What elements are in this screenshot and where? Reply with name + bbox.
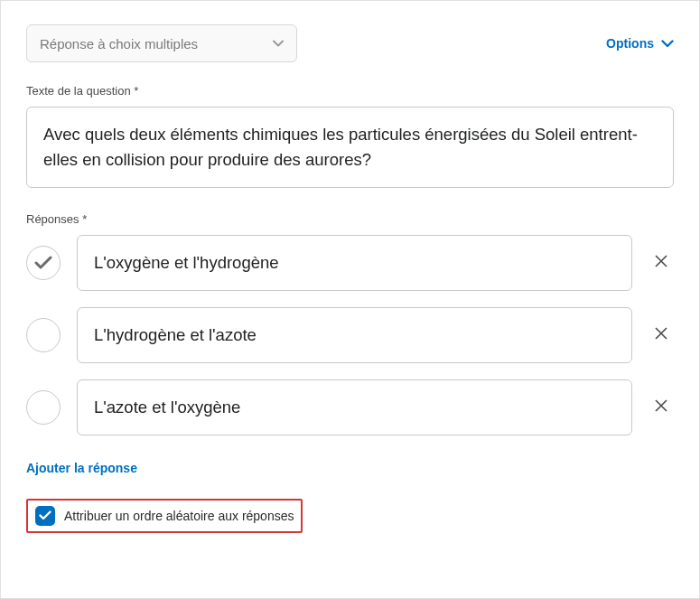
- answer-correct-radio[interactable]: [26, 390, 61, 425]
- answer-text-input[interactable]: [77, 379, 632, 435]
- options-link-label: Options: [606, 36, 654, 51]
- randomize-checkbox-label[interactable]: Attribuer un ordre aléatoire aux réponse…: [64, 509, 294, 523]
- delete-answer-button[interactable]: [649, 323, 674, 348]
- question-type-dropdown[interactable]: Réponse à choix multiples: [26, 24, 297, 62]
- answer-text-input[interactable]: [77, 235, 632, 291]
- question-editor-panel: Réponse à choix multiples Options Texte …: [0, 0, 700, 599]
- add-answer-link[interactable]: Ajouter la réponse: [26, 461, 137, 475]
- question-type-selected: Réponse à choix multiples: [40, 36, 198, 51]
- chevron-down-icon: [273, 38, 284, 49]
- chevron-down-icon: [661, 36, 674, 51]
- question-text-label: Texte de la question *: [26, 84, 674, 98]
- answer-row: [26, 235, 674, 291]
- check-icon: [34, 256, 52, 270]
- answers-section: Réponses *: [26, 212, 674, 533]
- delete-answer-button[interactable]: [649, 395, 674, 420]
- answer-correct-radio[interactable]: [26, 246, 61, 280]
- top-bar: Réponse à choix multiples Options: [26, 24, 674, 62]
- answer-row: [26, 379, 674, 435]
- answer-text-input[interactable]: [77, 307, 632, 363]
- randomize-checkbox[interactable]: [35, 506, 55, 526]
- close-icon: [655, 255, 667, 270]
- close-icon: [655, 399, 667, 415]
- answers-label: Réponses *: [26, 212, 674, 226]
- close-icon: [655, 327, 667, 342]
- options-link[interactable]: Options: [606, 36, 674, 51]
- randomize-answers-row: Attribuer un ordre aléatoire aux réponse…: [26, 499, 303, 533]
- check-icon: [39, 509, 51, 523]
- answer-row: [26, 307, 674, 363]
- delete-answer-button[interactable]: [649, 250, 674, 276]
- question-text-input[interactable]: [26, 107, 674, 188]
- answer-correct-radio[interactable]: [26, 318, 61, 352]
